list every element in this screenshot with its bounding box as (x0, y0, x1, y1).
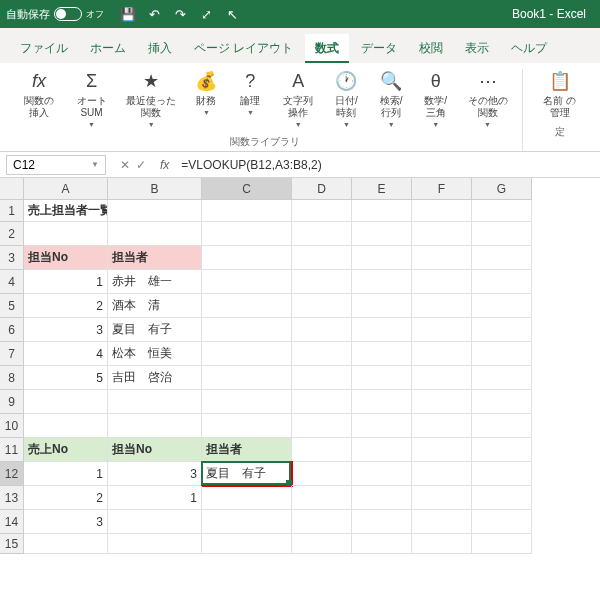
cell[interactable] (472, 462, 532, 486)
lookup-button[interactable]: 🔍検索/行列▼ (372, 69, 411, 131)
cell[interactable] (292, 414, 352, 438)
cell[interactable] (412, 390, 472, 414)
cell[interactable] (108, 534, 202, 554)
tab-数式[interactable]: 数式 (305, 34, 349, 63)
name-manager-button[interactable]: 📋名前 の管理 (535, 69, 584, 121)
tab-ページ レイアウト[interactable]: ページ レイアウト (184, 34, 303, 63)
cell[interactable] (292, 534, 352, 554)
cell[interactable] (108, 414, 202, 438)
cell[interactable] (412, 462, 472, 486)
cell[interactable]: 夏目 有子 (202, 462, 292, 486)
cell[interactable] (202, 246, 292, 270)
cell[interactable] (352, 366, 412, 390)
cell[interactable] (472, 318, 532, 342)
column-header[interactable]: E (352, 178, 412, 200)
cell[interactable]: 松本 恒美 (108, 342, 202, 366)
row-header[interactable]: 9 (0, 390, 24, 414)
row-header[interactable]: 5 (0, 294, 24, 318)
cell[interactable] (352, 438, 412, 462)
cell[interactable] (24, 390, 108, 414)
cell[interactable] (202, 318, 292, 342)
cell[interactable]: 担当No (24, 246, 108, 270)
cell[interactable] (472, 270, 532, 294)
cell[interactable]: 吉田 啓治 (108, 366, 202, 390)
cell[interactable]: 担当者 (108, 246, 202, 270)
cell[interactable] (24, 222, 108, 246)
cell[interactable] (24, 414, 108, 438)
tab-校閲[interactable]: 校閲 (409, 34, 453, 63)
tab-ファイル[interactable]: ファイル (10, 34, 78, 63)
undo-icon[interactable]: ↶ (146, 6, 162, 22)
cell[interactable] (352, 200, 412, 222)
cell[interactable] (202, 270, 292, 294)
cell[interactable]: 1 (108, 486, 202, 510)
row-header[interactable]: 3 (0, 246, 24, 270)
cell[interactable] (202, 510, 292, 534)
cell[interactable] (472, 366, 532, 390)
cell[interactable]: 赤井 雄一 (108, 270, 202, 294)
cell[interactable] (352, 390, 412, 414)
cell[interactable] (352, 294, 412, 318)
row-header[interactable]: 10 (0, 414, 24, 438)
cell[interactable] (412, 246, 472, 270)
cell[interactable] (352, 342, 412, 366)
cell[interactable] (202, 222, 292, 246)
column-header[interactable]: B (108, 178, 202, 200)
cell[interactable] (472, 200, 532, 222)
cell[interactable] (472, 246, 532, 270)
cell[interactable] (202, 390, 292, 414)
cell[interactable]: 3 (24, 318, 108, 342)
cell[interactable] (412, 486, 472, 510)
text-button[interactable]: A文字列 操作▼ (275, 69, 321, 131)
cell[interactable] (412, 200, 472, 222)
tab-ホーム[interactable]: ホーム (80, 34, 136, 63)
cell[interactable] (108, 222, 202, 246)
cell[interactable] (412, 270, 472, 294)
cell[interactable] (352, 462, 412, 486)
row-header[interactable]: 6 (0, 318, 24, 342)
cell[interactable] (472, 222, 532, 246)
cell[interactable] (292, 222, 352, 246)
cell[interactable] (352, 270, 412, 294)
cell[interactable]: 4 (24, 342, 108, 366)
cell[interactable]: 担当者 (202, 438, 292, 462)
cell[interactable] (202, 366, 292, 390)
column-header[interactable]: A (24, 178, 108, 200)
cell[interactable] (472, 534, 532, 554)
logical-button[interactable]: ?論理▼ (231, 69, 269, 131)
other-functions-button[interactable]: ⋯その他の 関数▼ (461, 69, 514, 131)
cell[interactable] (292, 366, 352, 390)
row-header[interactable]: 13 (0, 486, 24, 510)
cell[interactable] (24, 534, 108, 554)
cell[interactable] (202, 486, 292, 510)
tab-挿入[interactable]: 挿入 (138, 34, 182, 63)
insert-function-button[interactable]: fx関数の 挿入 (16, 69, 62, 131)
cell[interactable]: 売上担当者一覧 (24, 200, 108, 222)
redo-icon[interactable]: ↷ (172, 6, 188, 22)
name-box[interactable]: C12▼ (6, 155, 106, 175)
financial-button[interactable]: 💰財務▼ (187, 69, 225, 131)
column-header[interactable]: D (292, 178, 352, 200)
cell[interactable]: 2 (24, 486, 108, 510)
enter-icon[interactable]: ✓ (136, 158, 146, 172)
cell[interactable]: 3 (24, 510, 108, 534)
cell[interactable] (472, 342, 532, 366)
autosave-toggle[interactable]: 自動保存 オフ (6, 7, 104, 22)
cell[interactable] (472, 510, 532, 534)
cell[interactable] (472, 414, 532, 438)
datetime-button[interactable]: 🕐日付/時刻▼ (327, 69, 366, 131)
cell[interactable] (292, 390, 352, 414)
cell[interactable]: 担当No (108, 438, 202, 462)
cell[interactable] (202, 534, 292, 554)
row-header[interactable]: 12 (0, 462, 24, 486)
cell[interactable]: 2 (24, 294, 108, 318)
cell[interactable] (292, 294, 352, 318)
cell[interactable] (412, 294, 472, 318)
cell[interactable] (472, 390, 532, 414)
cell[interactable] (202, 342, 292, 366)
cell[interactable] (292, 486, 352, 510)
row-header[interactable]: 7 (0, 342, 24, 366)
fx-icon[interactable]: fx (154, 158, 175, 172)
cell[interactable] (108, 200, 202, 222)
cursor-icon[interactable]: ↖ (224, 6, 240, 22)
